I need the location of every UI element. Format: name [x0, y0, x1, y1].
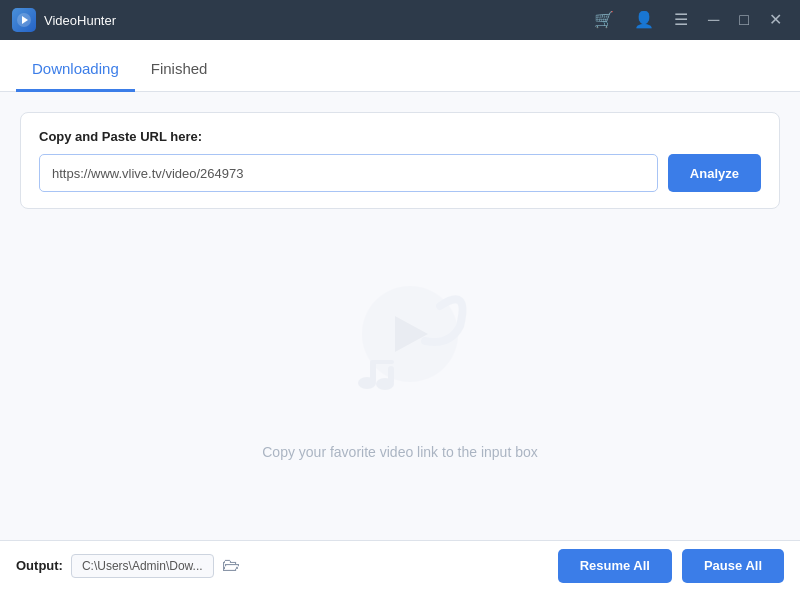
url-input[interactable] [39, 154, 658, 192]
output-path: C:\Users\Admin\Dow... [71, 554, 214, 578]
empty-state-text: Copy your favorite video link to the inp… [262, 444, 538, 460]
tab-downloading[interactable]: Downloading [16, 48, 135, 92]
cart-icon[interactable]: 🛒 [588, 10, 620, 30]
svg-point-5 [358, 377, 376, 389]
output-label: Output: [16, 558, 63, 573]
folder-icon[interactable]: 🗁 [222, 555, 240, 576]
url-label: Copy and Paste URL here: [39, 129, 761, 144]
app-title: VideoHunter [44, 13, 588, 28]
app-logo [12, 8, 36, 32]
window-controls: 🛒 👤 ☰ ─ □ ✕ [588, 10, 788, 30]
minimize-button[interactable]: ─ [702, 10, 725, 30]
svg-rect-8 [370, 360, 394, 364]
tab-bar: Downloading Finished [0, 40, 800, 92]
main-window: Downloading Finished Copy and Paste URL … [0, 40, 800, 590]
content-area: Copy and Paste URL here: Analyze [0, 92, 800, 540]
svg-point-7 [376, 378, 394, 390]
account-icon[interactable]: 👤 [628, 10, 660, 30]
url-section: Copy and Paste URL here: Analyze [20, 112, 780, 209]
tab-finished[interactable]: Finished [135, 48, 224, 92]
url-row: Analyze [39, 154, 761, 192]
pause-all-button[interactable]: Pause All [682, 549, 784, 583]
maximize-button[interactable]: □ [733, 10, 755, 30]
footer: Output: C:\Users\Admin\Dow... 🗁 Resume A… [0, 540, 800, 590]
empty-state-icon [320, 266, 480, 426]
close-button[interactable]: ✕ [763, 10, 788, 30]
menu-icon[interactable]: ☰ [668, 10, 694, 30]
footer-actions: Resume All Pause All [558, 549, 784, 583]
title-bar: VideoHunter 🛒 👤 ☰ ─ □ ✕ [0, 0, 800, 40]
empty-state: Copy your favorite video link to the inp… [20, 225, 780, 540]
analyze-button[interactable]: Analyze [668, 154, 761, 192]
resume-all-button[interactable]: Resume All [558, 549, 672, 583]
